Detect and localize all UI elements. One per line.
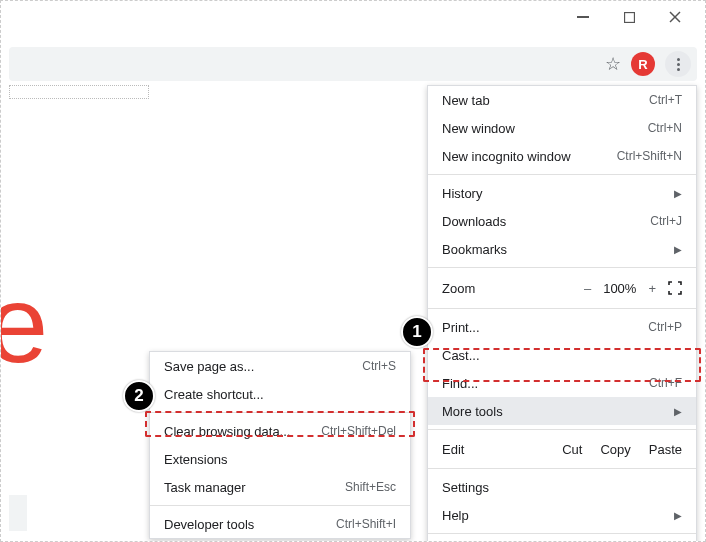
menu-separator	[428, 267, 696, 268]
menu-label: Save page as...	[164, 359, 254, 374]
submenu-item-save-page[interactable]: Save page as... Ctrl+S	[150, 352, 410, 380]
menu-label: History	[442, 186, 482, 201]
menu-label: Task manager	[164, 480, 246, 495]
menu-label: Bookmarks	[442, 242, 507, 257]
edit-copy-button[interactable]: Copy	[600, 442, 630, 457]
chevron-right-icon: ▶	[674, 406, 682, 417]
menu-shortcut: Ctrl+N	[648, 121, 682, 135]
menu-label: Print...	[442, 320, 480, 335]
zoom-value: 100%	[603, 281, 636, 296]
submenu-item-developer-tools[interactable]: Developer tools Ctrl+Shift+I	[150, 510, 410, 538]
submenu-item-clear-browsing-data[interactable]: Clear browsing data... Ctrl+Shift+Del	[150, 417, 410, 445]
zoom-out-button[interactable]: –	[584, 281, 591, 296]
kebab-icon	[677, 58, 680, 71]
window-minimize-button[interactable]	[571, 7, 595, 27]
svg-rect-0	[577, 16, 589, 18]
chevron-right-icon: ▶	[674, 510, 682, 521]
submenu-item-create-shortcut[interactable]: Create shortcut...	[150, 380, 410, 408]
menu-separator	[150, 412, 410, 413]
menu-shortcut: Ctrl+S	[362, 359, 396, 373]
menu-item-help[interactable]: Help ▶	[428, 501, 696, 529]
google-logo-fragment: e	[0, 291, 48, 357]
menu-label: Help	[442, 508, 469, 523]
chrome-menu-button[interactable]	[665, 51, 691, 77]
svg-rect-1	[624, 12, 634, 22]
menu-shortcut: Ctrl+Shift+N	[617, 149, 682, 163]
chevron-right-icon: ▶	[674, 244, 682, 255]
close-icon	[669, 11, 681, 23]
menu-separator	[428, 468, 696, 469]
menu-label: Find...	[442, 376, 478, 391]
menu-label: Cast...	[442, 348, 480, 363]
menu-item-bookmarks[interactable]: Bookmarks ▶	[428, 235, 696, 263]
menu-item-exit[interactable]: Exit	[428, 538, 696, 542]
window-close-button[interactable]	[663, 7, 687, 27]
menu-label: Edit	[442, 442, 464, 457]
menu-shortcut: Ctrl+Shift+I	[336, 517, 396, 531]
menu-separator	[428, 308, 696, 309]
menu-separator	[428, 533, 696, 534]
menu-label: Extensions	[164, 452, 228, 467]
menu-shortcut: Ctrl+T	[649, 93, 682, 107]
menu-label: Create shortcut...	[164, 387, 264, 402]
submenu-item-task-manager[interactable]: Task manager Shift+Esc	[150, 473, 410, 501]
menu-label: Clear browsing data...	[164, 424, 290, 439]
menu-label: Developer tools	[164, 517, 254, 532]
bottom-left-stub	[9, 495, 27, 531]
menu-shortcut: Ctrl+P	[648, 320, 682, 334]
menu-label: New tab	[442, 93, 490, 108]
menu-separator	[150, 505, 410, 506]
edit-paste-button[interactable]: Paste	[649, 442, 682, 457]
chevron-right-icon: ▶	[674, 188, 682, 199]
menu-item-cast[interactable]: Cast...	[428, 341, 696, 369]
zoom-in-button[interactable]: +	[648, 281, 656, 296]
window-maximize-button[interactable]	[617, 7, 641, 27]
browser-toolbar: ☆ R	[9, 47, 697, 81]
profile-avatar[interactable]: R	[631, 52, 655, 76]
menu-label: New incognito window	[442, 149, 571, 164]
submenu-item-extensions[interactable]: Extensions	[150, 445, 410, 473]
menu-separator	[428, 174, 696, 175]
menu-label: Settings	[442, 480, 489, 495]
maximize-icon	[624, 12, 635, 23]
menu-item-downloads[interactable]: Downloads Ctrl+J	[428, 207, 696, 235]
chrome-main-menu: New tab Ctrl+T New window Ctrl+N New inc…	[427, 85, 697, 542]
fullscreen-icon	[668, 281, 682, 295]
fullscreen-button[interactable]	[668, 281, 682, 295]
menu-item-settings[interactable]: Settings	[428, 473, 696, 501]
menu-item-new-window[interactable]: New window Ctrl+N	[428, 114, 696, 142]
menu-item-new-tab[interactable]: New tab Ctrl+T	[428, 86, 696, 114]
menu-label: New window	[442, 121, 515, 136]
edit-cut-button[interactable]: Cut	[562, 442, 582, 457]
bookmark-star-icon[interactable]: ☆	[605, 53, 621, 75]
menu-item-zoom: Zoom – 100% +	[428, 272, 696, 304]
menu-separator	[428, 429, 696, 430]
menu-shortcut: Ctrl+Shift+Del	[321, 424, 396, 438]
menu-item-more-tools[interactable]: More tools ▶	[428, 397, 696, 425]
menu-label: Downloads	[442, 214, 506, 229]
minimize-icon	[577, 16, 589, 18]
menu-shortcut: Ctrl+J	[650, 214, 682, 228]
menu-item-history[interactable]: History ▶	[428, 179, 696, 207]
menu-shortcut: Shift+Esc	[345, 480, 396, 494]
tab-strip-stub	[9, 85, 149, 99]
menu-item-new-incognito[interactable]: New incognito window Ctrl+Shift+N	[428, 142, 696, 170]
menu-label: Zoom	[442, 281, 475, 296]
menu-item-print[interactable]: Print... Ctrl+P	[428, 313, 696, 341]
menu-label: More tools	[442, 404, 503, 419]
menu-item-edit: Edit Cut Copy Paste	[428, 434, 696, 464]
menu-shortcut: Ctrl+F	[649, 376, 682, 390]
more-tools-submenu: Save page as... Ctrl+S Create shortcut..…	[149, 351, 411, 539]
menu-item-find[interactable]: Find... Ctrl+F	[428, 369, 696, 397]
